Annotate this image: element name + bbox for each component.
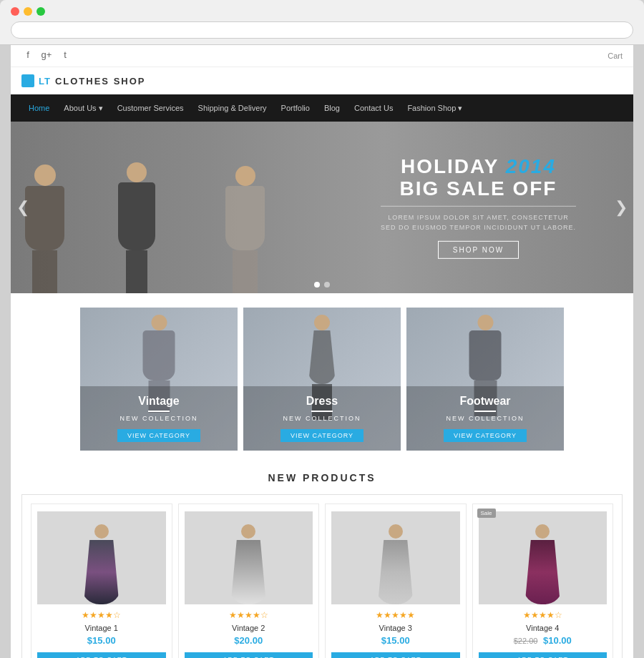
category-vintage-subtitle: NEW COLLECTION (86, 415, 232, 422)
product-image-3 (331, 511, 460, 604)
dress-3 (376, 540, 415, 604)
slider-prev-arrow[interactable]: ❮ (16, 198, 29, 217)
category-footwear-button[interactable]: VIEW CATEGORY (444, 429, 527, 442)
logo-name: CLOTHES SHOP (55, 76, 146, 87)
twitter-icon[interactable]: t (59, 49, 72, 62)
product-card-4: Sale ★★★★☆ Vintage 4 $22.00 $10.00 ADD T… (472, 504, 614, 658)
product-image-2 (185, 511, 313, 604)
category-footwear-title: Footwear (412, 395, 558, 408)
social-links: f g+ t (21, 49, 72, 62)
product-card-1: ★★★★☆ Vintage 1 $15.00 ADD TO CART (31, 504, 172, 658)
maximize-button[interactable] (36, 7, 45, 16)
dress-1 (82, 540, 121, 604)
hero-divider (381, 205, 576, 206)
cart-link[interactable]: Cart (608, 51, 623, 60)
slider-dot-2[interactable] (324, 282, 330, 288)
nav-list: Home About Us ▾ Customer Services Shippi… (21, 97, 469, 120)
nav-link-fashion[interactable]: Fashion Shop ▾ (400, 97, 469, 120)
category-dress-button[interactable]: VIEW CATEGORY (280, 429, 364, 442)
category-dress-overlay: Dress NEW COLLECTION VIEW CATEGORY (243, 386, 401, 451)
logo-prefix: LT (39, 76, 51, 87)
nav-link-portfolio[interactable]: Portfolio (274, 97, 317, 119)
close-button[interactable] (11, 7, 19, 16)
category-vintage[interactable]: Vintage NEW COLLECTION VIEW CATEGORY (80, 308, 238, 451)
category-dress-divider (311, 411, 333, 412)
category-vintage-button[interactable]: VIEW CATEGORY (117, 429, 200, 442)
nav-link-blog[interactable]: Blog (317, 97, 347, 119)
hero-title: HOLIDAY 2014 BIG SALE OFF (381, 156, 576, 200)
hero-year: 2014 (506, 155, 556, 177)
product-image-1 (37, 511, 166, 604)
logo-bar: LT CLOTHES SHOP (11, 67, 633, 94)
nav-item-contact[interactable]: Contact Us (347, 97, 400, 120)
hero-content: HOLIDAY 2014 BIG SALE OFF LOREM IPSUM DO… (381, 156, 576, 259)
product-name-2: Vintage 2 (185, 624, 313, 632)
nav-item-about[interactable]: About Us ▾ (57, 97, 109, 120)
hero-main-title: BIG SALE OFF (399, 177, 557, 200)
google-plus-icon[interactable]: g+ (40, 49, 53, 62)
logo-icon (21, 74, 34, 87)
add-to-cart-button-3[interactable]: ADD TO CART (331, 652, 460, 658)
slider-dot-1[interactable] (314, 282, 320, 288)
nav-item-portfolio[interactable]: Portfolio (274, 97, 317, 120)
add-to-cart-button-2[interactable]: ADD TO CART (185, 652, 313, 658)
facebook-icon[interactable]: f (21, 49, 34, 62)
product-stars-4: ★★★★☆ (479, 610, 608, 620)
head-2 (241, 524, 255, 539)
category-footwear-overlay: Footwear NEW COLLECTION VIEW CATEGORY (406, 386, 564, 451)
product-image-4 (479, 511, 608, 604)
product-price-2: $20.00 (185, 635, 313, 646)
head-4 (535, 524, 550, 539)
new-products-section: NEW PRODUCTS ★★★★☆ Vintage 1 $15.00 ADD … (11, 465, 633, 658)
shop-now-button[interactable]: SHOP NOW (438, 241, 519, 259)
nav-link-customer[interactable]: Customer Services (110, 97, 191, 119)
category-dress[interactable]: Dress NEW COLLECTION VIEW CATEGORY (243, 308, 401, 451)
slider-dots (314, 282, 330, 288)
category-section: Vintage NEW COLLECTION VIEW CATEGORY Dre… (11, 293, 633, 465)
head-1 (94, 524, 109, 539)
hero-pre-title: HOLIDAY (401, 155, 499, 177)
product-card-2: ★★★★☆ Vintage 2 $20.00 ADD TO CART (178, 504, 320, 658)
category-footwear-subtitle: NEW COLLECTION (412, 415, 558, 422)
main-navigation: Home About Us ▾ Customer Services Shippi… (11, 94, 633, 122)
product-figure-2 (229, 511, 268, 604)
product-stars-2: ★★★★☆ (185, 610, 313, 620)
browser-chrome (0, 0, 644, 45)
add-to-cart-button-1[interactable]: ADD TO CART (37, 652, 166, 658)
website-container: f g+ t Cart LT CLOTHES SHOP Home About U… (11, 45, 633, 658)
dress-2 (229, 540, 268, 604)
product-price-3: $15.00 (331, 635, 460, 646)
nav-item-home[interactable]: Home (21, 97, 57, 120)
product-price-1: $15.00 (37, 635, 166, 646)
product-old-price-4: $22.00 (514, 637, 538, 645)
product-figure-1 (82, 511, 121, 604)
product-badge-4: Sale (477, 509, 496, 518)
product-stars-1: ★★★★☆ (37, 610, 166, 620)
minimize-button[interactable] (24, 7, 32, 16)
nav-link-contact[interactable]: Contact Us (347, 97, 400, 119)
browser-window-controls (11, 7, 633, 16)
address-bar[interactable] (11, 21, 633, 39)
new-products-title: NEW PRODUCTS (21, 472, 623, 483)
category-footwear-divider (474, 411, 496, 412)
nav-item-fashion[interactable]: Fashion Shop ▾ (400, 97, 469, 120)
category-dress-subtitle: NEW COLLECTION (249, 415, 395, 422)
product-figure-4 (523, 511, 562, 604)
category-footwear[interactable]: Footwear NEW COLLECTION VIEW CATEGORY (406, 308, 564, 451)
nav-link-home[interactable]: Home (21, 97, 57, 119)
category-vintage-overlay: Vintage NEW COLLECTION VIEW CATEGORY (80, 386, 238, 451)
model-2 (118, 162, 155, 293)
nav-item-shipping[interactable]: Shipping & Delivery (191, 97, 274, 120)
category-vintage-divider (148, 411, 170, 412)
nav-link-about[interactable]: About Us ▾ (57, 97, 109, 120)
product-card-3: ★★★★★ Vintage 3 $15.00 ADD TO CART (325, 504, 467, 658)
add-to-cart-button-4[interactable]: ADD TO CART (479, 652, 608, 658)
nav-link-shipping[interactable]: Shipping & Delivery (191, 97, 274, 119)
nav-item-customer[interactable]: Customer Services (110, 97, 191, 120)
slider-next-arrow[interactable]: ❯ (615, 198, 628, 217)
product-stars-3: ★★★★★ (331, 610, 460, 620)
hero-description: LOREM IPSUM DOLOR SIT AMET, CONSECTETURS… (381, 212, 576, 232)
product-price-4: $22.00 $10.00 (479, 635, 608, 646)
nav-item-blog[interactable]: Blog (317, 97, 347, 120)
model-3 (225, 166, 265, 293)
